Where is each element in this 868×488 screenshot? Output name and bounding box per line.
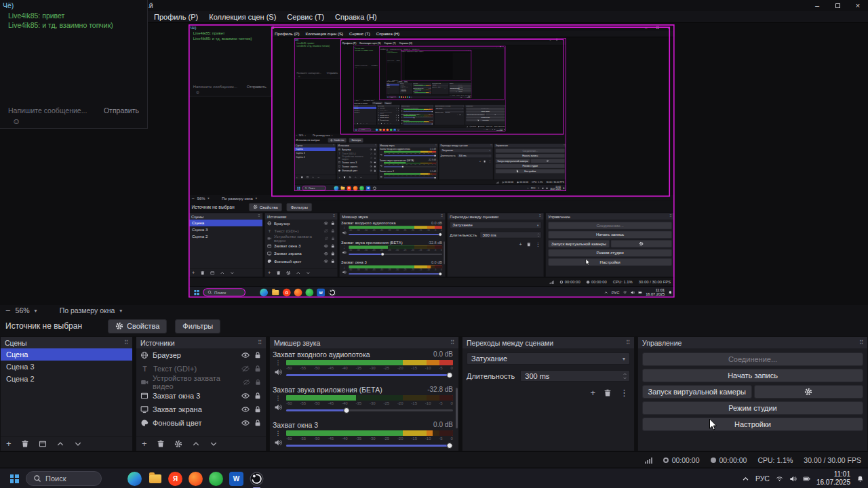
panel-grip-icon[interactable]: ⠿ — [258, 340, 262, 346]
slider-knob[interactable] — [401, 165, 403, 167]
properties-button[interactable]: Свойства — [249, 203, 282, 211]
properties-button[interactable]: Свойства — [328, 138, 347, 143]
lock-icon[interactable] — [398, 112, 399, 113]
transitions-panel-header[interactable]: Переходы между сценами ⠿ — [462, 337, 634, 348]
move-source-up-button[interactable] — [296, 270, 300, 275]
tray-expand-icon[interactable] — [742, 475, 749, 483]
wifi-icon[interactable] — [537, 187, 539, 189]
spinner-arrows[interactable] — [537, 232, 540, 237]
lock-icon[interactable] — [398, 117, 399, 118]
add-source-button[interactable]: + — [268, 270, 271, 275]
language-indicator[interactable]: РУС — [460, 97, 462, 98]
remove-scene-button[interactable] — [21, 440, 29, 448]
word-app-icon[interactable]: W — [409, 96, 410, 98]
zoom-level[interactable]: 56% — [16, 306, 30, 314]
yandex-browser-icon[interactable]: Я — [382, 129, 385, 131]
message-input[interactable]: Напишите сообщение... — [296, 71, 321, 74]
tray-expand-icon[interactable] — [604, 290, 608, 294]
scene-item[interactable]: Сцена 2 — [189, 233, 263, 240]
taskbar-search[interactable]: Поиск — [389, 96, 396, 98]
close-button[interactable]: × — [848, 0, 868, 11]
filters-button[interactable]: Фильтры — [287, 203, 312, 211]
settings-button[interactable]: Настройки — [466, 119, 505, 122]
zoom-out-button[interactable]: − — [191, 196, 194, 201]
start-virtual-camera-button[interactable]: Запуск виртуальной камеры — [642, 385, 752, 399]
panel-grip-icon[interactable]: ⠿ — [124, 340, 128, 346]
message-input[interactable]: Напишите сообщение... — [8, 106, 87, 115]
tray-expand-icon[interactable] — [484, 129, 485, 130]
controls-panel-header[interactable]: Управление ⠿ — [546, 213, 674, 220]
lock-icon[interactable] — [254, 392, 262, 400]
visibility-toggle-icon[interactable] — [241, 419, 250, 427]
filters-button[interactable]: Фильтры — [384, 102, 392, 104]
remove-transition-button[interactable] — [446, 88, 446, 89]
file-explorer-icon[interactable] — [271, 288, 279, 296]
visibility-toggle-icon[interactable] — [370, 161, 372, 163]
speaker-icon[interactable] — [342, 230, 347, 235]
orange-app-icon[interactable] — [294, 288, 302, 296]
orange-app-icon[interactable] — [405, 96, 406, 98]
channel-menu-button[interactable]: ⋮ — [342, 226, 346, 229]
volume-slider[interactable] — [403, 111, 433, 113]
menu-item-help[interactable]: Справка (H) — [335, 13, 376, 21]
obs-app-icon[interactable] — [328, 288, 336, 296]
virtual-camera-settings-button[interactable] — [610, 240, 671, 247]
taskbar-search[interactable]: Поиск — [26, 471, 102, 486]
visibility-toggle-icon[interactable] — [241, 351, 250, 359]
source-item[interactable]: Браузер — [265, 220, 338, 227]
lock-icon[interactable] — [330, 244, 335, 249]
move-scene-up-button[interactable] — [363, 123, 364, 124]
language-indicator[interactable]: РУС — [531, 187, 536, 190]
studio-mode-button[interactable]: Режим студии — [466, 116, 505, 119]
remove-source-button[interactable] — [380, 123, 382, 124]
filters-button[interactable]: Фильтры — [175, 319, 220, 333]
virtual-camera-settings-button[interactable] — [486, 113, 505, 116]
slider-knob[interactable] — [439, 232, 442, 236]
fit-mode[interactable]: По размеру окна — [60, 306, 115, 314]
green-app-icon[interactable] — [305, 288, 313, 296]
send-button[interactable]: Отправить — [327, 71, 338, 74]
channel-menu-button[interactable]: ⋮ — [380, 151, 382, 153]
zoom-level[interactable]: 56% — [197, 196, 205, 201]
visibility-toggle-icon[interactable] — [395, 117, 397, 118]
start-recording-button[interactable]: Начать запись — [548, 231, 672, 239]
obs-app-icon[interactable] — [372, 186, 377, 190]
connecting-button[interactable]: Соединение... — [642, 352, 863, 366]
speaker-icon[interactable] — [380, 153, 382, 156]
yandex-browser-icon[interactable]: Я — [347, 186, 351, 190]
move-scene-up-button[interactable] — [56, 440, 64, 448]
lock-icon[interactable] — [374, 161, 376, 163]
close-button[interactable]: × — [663, 24, 675, 30]
visibility-toggle-icon[interactable] — [323, 221, 328, 226]
add-scene-button[interactable]: + — [354, 123, 355, 124]
settings-button[interactable]: Настройки — [548, 258, 672, 266]
move-scene-down-button[interactable] — [317, 176, 320, 179]
browser-app-icon[interactable] — [376, 129, 378, 131]
lock-icon[interactable] — [254, 365, 262, 373]
source-item[interactable]: Фоновый цвет — [136, 416, 266, 430]
panel-grip-icon[interactable]: ⠿ — [539, 215, 541, 218]
remove-transition-button[interactable] — [526, 242, 531, 247]
scrollbar[interactable] — [456, 388, 458, 428]
chat-window[interactable]: Чё) Live4ik85: привет Live4ik85: и тд, в… — [353, 45, 379, 68]
start-virtual-camera-button[interactable]: Запуск виртуальной камеры — [496, 159, 530, 163]
remove-source-button[interactable] — [157, 440, 165, 448]
connecting-button[interactable]: Соединение... — [496, 148, 565, 152]
add-source-button[interactable]: + — [338, 176, 340, 178]
scene-item[interactable]: Сцена 3 — [189, 226, 263, 233]
slider-knob[interactable] — [434, 177, 436, 179]
scene-item[interactable]: Сцена — [189, 220, 263, 226]
remove-scene-button[interactable] — [300, 176, 303, 179]
maximize-button[interactable] — [827, 0, 848, 11]
lock-icon[interactable] — [254, 405, 262, 413]
speaker-icon[interactable] — [342, 270, 347, 274]
transition-properties-button[interactable]: ⋮ — [488, 160, 491, 163]
settings-button[interactable]: Настройки — [450, 91, 471, 92]
scene-filters-button[interactable] — [306, 176, 309, 179]
volume-slider[interactable] — [286, 371, 453, 379]
lock-icon[interactable] — [374, 152, 376, 155]
remove-source-button[interactable] — [343, 176, 346, 179]
browser-app-icon[interactable] — [127, 472, 142, 486]
move-source-up-button[interactable] — [354, 176, 357, 179]
volume-slider[interactable] — [414, 90, 431, 91]
